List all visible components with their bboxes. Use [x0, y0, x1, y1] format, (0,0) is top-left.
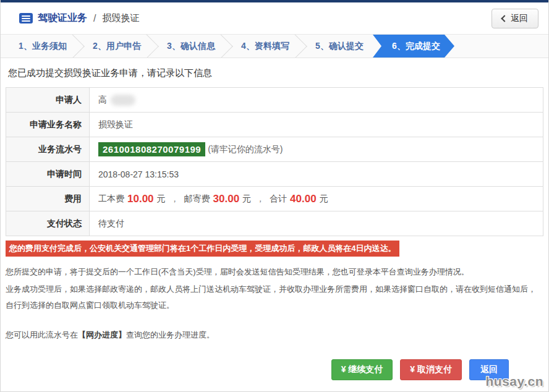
- progress-note: 您可以用此流水号在【网办进度】查询您的业务办理进度。: [6, 330, 543, 341]
- progress-note-suffix: 查询您的业务办理进度。: [126, 330, 215, 339]
- success-message: 您已成功提交损毁换证业务申请，请记录以下信息: [8, 67, 543, 79]
- step-6-complete-submit: 6、完成提交: [373, 35, 454, 58]
- continue-pay-button[interactable]: ¥ 继续支付: [331, 359, 393, 380]
- step-label: 3、确认信息: [167, 41, 215, 52]
- table-row-apply-time: 申请时间 2018-08-27 13:15:53: [6, 162, 543, 187]
- back-button-top-label: 返回: [511, 13, 528, 24]
- progress-note-prefix: 您可以用此流水号在: [6, 330, 78, 339]
- fee-label: 费用: [6, 187, 90, 211]
- applicant-value: 高: [90, 88, 543, 112]
- table-row-fee: 费用 工本费 10.00 元 ， 邮寄费 30.00 元 ， 合计 40.00 …: [6, 187, 543, 211]
- step-5-confirm-submit: 5、确认提交: [302, 35, 377, 58]
- list-icon: [19, 13, 33, 23]
- fee-part1-label: 工本费: [98, 194, 124, 205]
- step-2-user-declaration: 2、用户申告: [80, 35, 154, 58]
- breadcrumb-separator: /: [93, 13, 96, 24]
- fee-part1-unit: 元: [157, 194, 166, 205]
- cancel-pay-button[interactable]: ¥ 取消支付: [400, 359, 462, 380]
- serial-number-value: 261001808270079199 (请牢记你的流水号): [90, 137, 543, 161]
- step-label: 2、用户申告: [93, 41, 141, 52]
- business-name-value: 损毁换证: [90, 113, 543, 137]
- notice-paragraph-1: 您所提交的申请，将于提交后的一个工作日(不含当天)受理，届时会发送短信告知受理结…: [6, 264, 543, 280]
- applicant-label: 申请人: [6, 88, 90, 112]
- fee-total-label: 合计: [270, 194, 287, 205]
- watermark: husay.cn: [486, 374, 543, 389]
- fee-part2-amount: 30.00: [213, 193, 240, 205]
- table-row-business-name: 申请业务名称 损毁换证: [6, 113, 543, 137]
- redaction-blur: [111, 95, 135, 106]
- fee-separator: ，: [171, 194, 179, 205]
- step-progress-bar: 1、业务须知 2、用户申告 3、确认信息 4、资料填写 5、确认提交 6、完成提…: [1, 35, 548, 58]
- table-row-applicant: 申请人 高: [6, 88, 543, 113]
- serial-number-label: 业务流水号: [6, 137, 90, 161]
- notice-paragraphs: 您所提交的申请，将于提交后的一个工作日(不含当天)受理，届时会发送短信告知受理结…: [6, 264, 543, 313]
- payment-status-value: 待支付: [90, 211, 543, 236]
- breadcrumb-current: 损毁换证: [102, 12, 139, 24]
- step-4-fill-data: 4、资料填写: [228, 35, 302, 58]
- applicant-name: 高: [98, 95, 107, 106]
- business-name-label: 申请业务名称: [6, 113, 90, 137]
- page: 驾驶证业务 / 损毁换证 返回 1、业务须知 2、用户申告 3、确认信息 4、资…: [0, 0, 549, 392]
- step-label: 4、资料填写: [241, 41, 289, 52]
- fee-total-unit: 元: [320, 194, 328, 205]
- serial-number-badge: 261001808270079199: [98, 142, 205, 156]
- step-label: 6、完成提交: [392, 41, 440, 52]
- main-content: 您已成功提交损毁换证业务申请，请记录以下信息 申请人 高 申请业务名称 损毁换证…: [1, 67, 548, 341]
- chevron-left-icon: [501, 15, 508, 22]
- fee-part2-unit: 元: [242, 194, 251, 205]
- progress-note-highlight: 【网办进度】: [78, 330, 126, 339]
- serial-number-note: (请牢记你的流水号): [208, 144, 283, 155]
- footer-actions: ¥ 继续支付 ¥ 取消支付 返回: [331, 359, 509, 380]
- fee-part2-label: 邮寄费: [184, 194, 210, 205]
- step-3-confirm-info: 3、确认信息: [154, 35, 228, 58]
- notice-paragraph-2: 业务成功受理后，如果选择邮政寄递的，邮政人员将上门送达机动车驾驶证，并收取办理业…: [6, 281, 543, 313]
- breadcrumb-section[interactable]: 驾驶证业务: [38, 12, 87, 25]
- breadcrumb: 驾驶证业务 / 损毁换证: [19, 12, 139, 25]
- step-label: 5、确认提交: [315, 41, 364, 52]
- application-info-table: 申请人 高 申请业务名称 损毁换证 业务流水号 2610018082700791…: [6, 87, 543, 236]
- step-label: 1、业务须知: [19, 41, 67, 52]
- fee-value: 工本费 10.00 元 ， 邮寄费 30.00 元 ， 合计 40.00 元: [90, 187, 543, 211]
- back-button-top[interactable]: 返回: [492, 9, 538, 28]
- table-row-serial-number: 业务流水号 261001808270079199 (请牢记你的流水号): [6, 137, 543, 162]
- payment-status-label: 支付状态: [6, 211, 90, 236]
- step-1-business-notice: 1、业务须知: [6, 35, 80, 58]
- fee-total-amount: 40.00: [290, 193, 317, 205]
- warning-banner: 您的费用支付完成后，公安机关交通管理部门将在1个工作日内受理，受理成功后，邮政人…: [6, 241, 399, 257]
- apply-time-label: 申请时间: [6, 162, 90, 186]
- header: 驾驶证业务 / 损毁换证 返回: [1, 2, 548, 35]
- fee-separator: ，: [256, 194, 265, 205]
- apply-time-value: 2018-08-27 13:15:53: [90, 162, 543, 186]
- table-row-payment-status: 支付状态 待支付: [6, 211, 543, 236]
- fee-part1-amount: 10.00: [127, 193, 154, 205]
